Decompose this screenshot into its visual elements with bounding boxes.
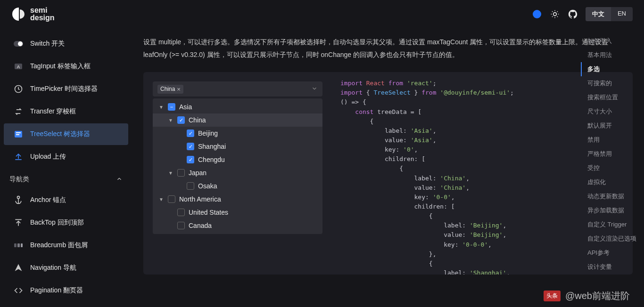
- section-description: 设置 multiple，可以进行多选。多选情况下所有子项都被选择时，自动勾选显示…: [143, 36, 633, 61]
- svg-rect-9: [16, 134, 19, 135]
- svg-point-0: [533, 10, 541, 18]
- toc-link[interactable]: 异步加载数据: [581, 203, 636, 218]
- brand-name: semi design: [30, 7, 55, 22]
- brand-logo[interactable]: semi design: [11, 7, 55, 22]
- svg-rect-13: [21, 243, 23, 247]
- toc-link[interactable]: 搜索框位置: [581, 90, 636, 105]
- breadcrumb-icon: [13, 240, 24, 250]
- tag-label: China: [160, 86, 175, 92]
- sidebar-item-label: Pagination 翻页器: [30, 286, 83, 295]
- sidebar-item-navigation[interactable]: Navigation 导航: [4, 257, 128, 279]
- svg-point-10: [17, 196, 20, 199]
- theme-mode-icon[interactable]: [550, 9, 560, 19]
- tree-node[interactable]: ▼North America: [153, 193, 322, 206]
- sidebar-item-transfer[interactable]: Transfer 穿梭框: [4, 101, 128, 122]
- sidebar-item-label: BackTop 回到顶部: [30, 218, 84, 227]
- checkbox[interactable]: [177, 222, 185, 229]
- tree-select-input[interactable]: China ×: [153, 81, 322, 97]
- toc-link[interactable]: 尺寸大小: [581, 105, 636, 119]
- sidebar-nav: Switch 开关ATagInput 标签输入框TimePicker 时间选择器…: [0, 28, 132, 307]
- toc-link[interactable]: API参考: [581, 246, 636, 260]
- main-content: 设置 multiple，可以进行多选。多选情况下所有子项都被选择时，自动勾选显示…: [132, 28, 644, 307]
- tree-node[interactable]: ▼✓Chengdu: [153, 153, 322, 166]
- toc-link[interactable]: 动态更新数据: [581, 189, 636, 203]
- lang-zh-button[interactable]: 中文: [586, 7, 611, 21]
- sidebar-item-label: TreeSelect 树选择器: [30, 130, 90, 138]
- toc-link[interactable]: 默认展开: [581, 119, 636, 133]
- anchor-icon: [13, 195, 24, 205]
- sidebar-item-pagination[interactable]: Pagination 翻页器: [4, 280, 128, 301]
- sidebar-item-breadcrumb[interactable]: Breadcrumb 面包屑: [4, 234, 128, 256]
- table-of-contents: 如何引入基本用法多选可搜索的搜索框位置尺寸大小默认展开禁用严格禁用受控虚拟化动态…: [573, 28, 644, 280]
- sidebar-item-label: Transfer 穿梭框: [30, 107, 76, 116]
- expand-toggle-icon[interactable]: ▼: [168, 170, 173, 176]
- sidebar-item-label: Navigation 导航: [30, 264, 76, 272]
- tree-node[interactable]: ▼−Asia: [153, 100, 322, 113]
- tree-node[interactable]: ▼✓Beijing: [153, 127, 322, 140]
- sidebar-item-upload[interactable]: Upload 上传: [4, 146, 128, 168]
- sidebar-item-label: Anchor 锚点: [30, 196, 66, 204]
- toc-link[interactable]: 自定义 Trigger: [581, 218, 636, 232]
- sidebar-group-header[interactable]: 导航类: [0, 169, 132, 188]
- language-switch: 中文 EN: [586, 7, 633, 21]
- backtop-icon: [13, 218, 24, 228]
- toc-link[interactable]: 设计变量: [581, 260, 636, 274]
- tree-node-label: United States: [189, 209, 228, 216]
- expand-toggle-icon[interactable]: ▼: [158, 105, 164, 110]
- treeselect-icon: [13, 129, 24, 139]
- checkbox[interactable]: −: [168, 103, 175, 111]
- checkbox[interactable]: ✓: [187, 156, 194, 163]
- svg-point-3: [18, 41, 23, 46]
- sidebar-item-steps[interactable]: Steps 步骤: [4, 302, 128, 307]
- top-header: semi design 中文 EN: [0, 0, 644, 28]
- toc-link[interactable]: 禁用: [581, 133, 636, 147]
- checkbox[interactable]: [168, 195, 175, 203]
- checkbox[interactable]: ✓: [177, 116, 185, 124]
- tree-node[interactable]: ▼✓Shanghai: [153, 140, 322, 153]
- tree-node[interactable]: ▼Osaka: [153, 179, 322, 193]
- tree-node[interactable]: ▼✓China: [153, 113, 322, 127]
- toc-link[interactable]: 可搜索的: [581, 76, 636, 90]
- toc-link[interactable]: 受控: [581, 161, 636, 175]
- checkbox[interactable]: [177, 169, 185, 177]
- checkbox[interactable]: ✓: [187, 129, 194, 137]
- tree-node-label: Shanghai: [198, 143, 226, 150]
- transfer-icon: [13, 106, 24, 117]
- theme-color-icon[interactable]: [532, 9, 542, 19]
- sidebar-item-anchor[interactable]: Anchor 锚点: [4, 189, 128, 211]
- checkbox[interactable]: ✓: [187, 143, 194, 150]
- tree-node[interactable]: ▼Japan: [153, 166, 322, 179]
- sidebar-item-treeselect[interactable]: TreeSelect 树选择器: [4, 123, 128, 145]
- toc-link[interactable]: 自定义渲染已选项: [581, 232, 636, 246]
- tree-node-label: Osaka: [198, 182, 217, 190]
- expand-toggle-icon[interactable]: ▼: [168, 118, 173, 123]
- checkbox[interactable]: [187, 182, 194, 190]
- checkbox[interactable]: [177, 209, 185, 216]
- chevron-down-icon[interactable]: [311, 85, 318, 93]
- tree-node[interactable]: ▼United States: [153, 206, 322, 219]
- expand-toggle-icon[interactable]: ▼: [158, 197, 164, 202]
- sidebar-item-backtop[interactable]: BackTop 回到顶部: [4, 212, 128, 234]
- tag-close-icon[interactable]: ×: [177, 86, 181, 93]
- clock-icon: [13, 84, 24, 94]
- toc-link[interactable]: 虚拟化: [581, 175, 636, 189]
- sidebar-item-label: TimePicker 时间选择器: [30, 85, 98, 93]
- svg-rect-8: [16, 132, 21, 133]
- tree-node-label: China: [189, 116, 206, 124]
- toc-link[interactable]: 基本用法: [581, 48, 636, 62]
- lang-en-button[interactable]: EN: [611, 7, 633, 21]
- sidebar-item-taginput[interactable]: ATagInput 标签输入框: [4, 56, 128, 77]
- tree-node[interactable]: ▼Canada: [153, 219, 322, 232]
- tree-node-label: Canada: [189, 222, 212, 229]
- sidebar-item-switch[interactable]: Switch 开关: [4, 33, 128, 55]
- toc-link[interactable]: 多选: [581, 62, 636, 76]
- sidebar-item-clock[interactable]: TimePicker 时间选择器: [4, 78, 128, 100]
- toc-link[interactable]: 严格禁用: [581, 147, 636, 161]
- svg-rect-12: [17, 243, 20, 247]
- github-icon[interactable]: [568, 9, 578, 19]
- tree-dropdown: ▼−Asia▼✓China▼✓Beijing▼✓Shanghai▼✓Chengd…: [153, 98, 322, 234]
- demo-container: China × ▼−Asia▼✓China▼✓Beijing▼✓Shanghai…: [143, 72, 633, 275]
- toc-link[interactable]: 如何引入: [581, 34, 636, 48]
- tree-node-label: North America: [179, 195, 221, 203]
- tree-node-label: Beijing: [198, 129, 218, 137]
